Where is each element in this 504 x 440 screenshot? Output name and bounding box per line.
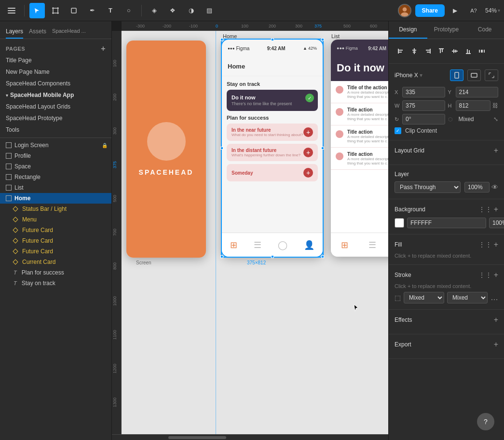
chat-tab-icon[interactable]: ◯ [278, 240, 287, 250]
page-item-newpage[interactable]: New Page Name [0, 66, 111, 78]
add-effect-button[interactable]: + [494, 316, 498, 324]
tab-spacehead[interactable]: SpaceHead ... [52, 25, 86, 39]
layer-future-card-3[interactable]: Future Card [0, 246, 111, 257]
scroll-thumb[interactable] [168, 436, 226, 439]
layer-profile[interactable]: Profile [0, 151, 111, 161]
tab-assets[interactable]: Assets [29, 25, 46, 39]
add-export-button[interactable]: + [494, 340, 498, 349]
layout-button[interactable]: ▨ [202, 3, 217, 18]
contrast-button[interactable]: ◑ [183, 3, 199, 18]
layer-list[interactable]: List [0, 182, 111, 193]
frame-home[interactable]: ●●● Figma 9:42 AM ▲ 42% Home Stay on tra… [222, 40, 323, 257]
layer-plan-success[interactable]: T Plan for success [0, 267, 111, 278]
help-button[interactable]: ? [477, 413, 494, 430]
zoom-indicator[interactable]: 54% ▾ [485, 7, 500, 14]
profile-tab-icon[interactable]: 👤 [304, 240, 314, 250]
align-left-button[interactable] [395, 45, 407, 57]
constrain-proportions-button[interactable]: ⛓ [492, 102, 498, 109]
plugins-button[interactable]: ◈ [147, 3, 162, 18]
page-item-tools[interactable]: Tools [0, 124, 111, 136]
add-button-distant[interactable]: + [303, 148, 313, 157]
handle-tr[interactable] [321, 38, 324, 41]
home-tab-icon[interactable]: ⊞ [230, 240, 237, 250]
menu-button[interactable] [4, 3, 19, 18]
components-button[interactable]: ❖ [165, 3, 180, 18]
h-input[interactable] [456, 100, 491, 111]
tab-prototype[interactable]: Prototype [427, 21, 466, 39]
layer-menu[interactable]: Menu [0, 214, 111, 225]
add-layout-grid-button[interactable]: + [494, 146, 498, 155]
add-page-button[interactable]: + [101, 45, 106, 53]
stroke-type-select[interactable]: Mixed [404, 292, 444, 303]
add-background-button[interactable]: + [494, 205, 498, 214]
w-label: W [395, 103, 400, 109]
frame-list[interactable]: ●●● Figma 9:42 AM ▲ 42% Do it now Title [331, 40, 388, 257]
pen-tool-button[interactable]: ✒ [84, 3, 100, 18]
clip-content-checkbox[interactable]: ✓ [395, 127, 401, 134]
align-bottom-button[interactable] [462, 45, 475, 57]
device-portrait-button[interactable] [450, 69, 463, 81]
diamond-icon-futurecard3 [13, 248, 18, 254]
opacity-input[interactable] [464, 182, 490, 192]
align-top-button[interactable] [435, 45, 448, 57]
stroke-grid-icon[interactable]: ⋮⋮ [478, 271, 492, 279]
list-list-icon[interactable]: ☰ [368, 240, 376, 250]
comment-tool-button[interactable]: ○ [121, 3, 136, 18]
page-item-components[interactable]: SpaceHead Components [0, 78, 111, 89]
align-right-button[interactable] [422, 45, 434, 57]
layer-current-card[interactable]: Current Card [0, 257, 111, 267]
frame-splash[interactable]: SPACEHEAD [126, 41, 206, 258]
expand-button[interactable]: ⤡ [493, 116, 498, 123]
layer-future-card-2[interactable]: Future Card [0, 235, 111, 246]
frame-tool-button[interactable] [48, 3, 63, 18]
w-input[interactable] [402, 100, 445, 111]
scrollbar-horizontal[interactable] [112, 434, 388, 440]
grid-icon[interactable]: ⋮⋮ [478, 206, 492, 213]
page-item-grids[interactable]: SpaceHead Layout Grids [0, 101, 111, 112]
layer-future-card-1[interactable]: Future Card [0, 225, 111, 235]
bg-color-swatch[interactable] [395, 218, 404, 228]
stroke-more-button[interactable]: … [490, 293, 498, 302]
layer-space[interactable]: Space [0, 161, 111, 172]
align-center-v-button[interactable] [449, 45, 461, 57]
add-fill-button[interactable]: + [494, 240, 498, 249]
text-tool-button[interactable]: T [103, 3, 118, 18]
layer-rectangle[interactable]: Rectangle [0, 172, 111, 182]
device-landscape-button[interactable] [467, 69, 481, 81]
bg-color-input[interactable] [407, 218, 486, 228]
layer-statusbar[interactable]: Status Bar / Light [0, 204, 111, 214]
tab-layers[interactable]: Layers [6, 25, 23, 39]
distribute-button[interactable] [476, 45, 488, 57]
share-button[interactable]: Share [415, 4, 445, 17]
rotation-input[interactable] [402, 114, 445, 124]
visibility-toggle[interactable]: 👁 [491, 183, 498, 191]
accessibility-button[interactable]: A? [466, 3, 481, 18]
bg-opacity-input[interactable] [489, 218, 504, 228]
add-button-someday[interactable]: + [303, 168, 313, 178]
svg-rect-36 [481, 50, 483, 53]
shape-tool-button[interactable] [66, 3, 82, 18]
select-tool-button[interactable] [29, 3, 45, 18]
align-center-h-button[interactable] [408, 45, 421, 57]
tab-code[interactable]: Code [465, 21, 504, 39]
stroke-size-select[interactable]: Mixed [447, 292, 488, 303]
canvas-main[interactable]: SPACEHEAD Screen Home ●●● Figma 9:42 AM … [122, 31, 388, 434]
present-button[interactable]: ▶ [449, 4, 462, 17]
page-item-title[interactable]: Title Page [0, 55, 111, 66]
add-stroke-button[interactable]: + [494, 271, 498, 279]
avatar[interactable] [398, 4, 411, 17]
list-tab-icon[interactable]: ☰ [254, 240, 261, 250]
page-item-mobileapp[interactable]: ▾ SpaceHead Mobile App [0, 89, 111, 101]
list-home-icon[interactable]: ⊞ [341, 240, 348, 250]
page-item-prototype[interactable]: SpaceHead Prototype [0, 112, 111, 124]
layer-stay-track[interactable]: T Stay on track [0, 278, 111, 289]
layer-home[interactable]: Home [0, 193, 111, 204]
layer-login-screen[interactable]: Login Screen 🔒 [0, 140, 111, 151]
y-input[interactable] [456, 87, 499, 97]
device-resize-button[interactable] [485, 69, 498, 81]
fill-grid-icon[interactable]: ⋮⋮ [478, 241, 492, 248]
blend-mode-select[interactable]: Pass Through [395, 181, 461, 193]
tab-design[interactable]: Design [389, 21, 427, 39]
add-button-near[interactable]: + [303, 127, 313, 137]
x-input[interactable] [402, 87, 445, 97]
